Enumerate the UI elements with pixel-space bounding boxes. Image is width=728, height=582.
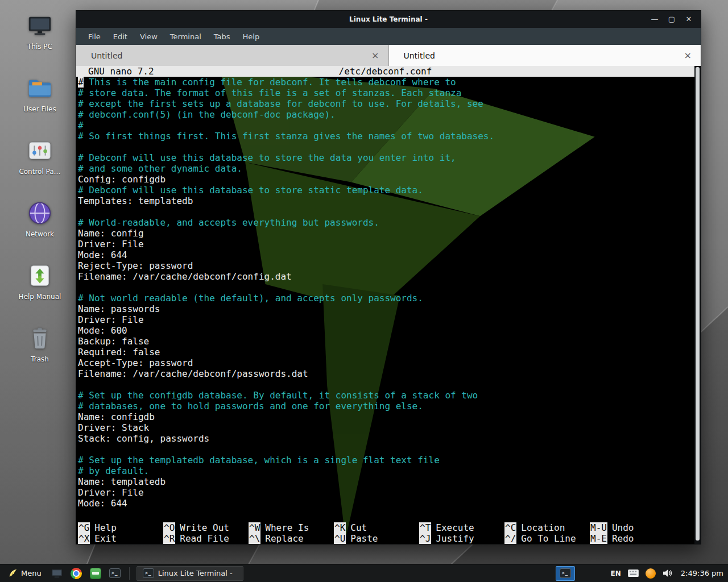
control-panel-icon	[27, 138, 53, 164]
shortcut-key: ^T	[419, 522, 431, 533]
tab-close-icon[interactable]: ×	[684, 50, 692, 61]
launcher-terminal[interactable]: >_	[107, 566, 122, 581]
nano-text[interactable]: # This is the main config file for debco…	[76, 77, 694, 509]
nano-line: Driver: File	[78, 239, 694, 250]
nano-line: # databases, one to hold passwords and o…	[78, 401, 694, 411]
shortcut-label: Go To Line	[521, 533, 576, 544]
menu-file[interactable]: File	[82, 30, 107, 43]
tab-untitled-2[interactable]: Untitled ×	[389, 45, 701, 66]
terminal-content[interactable]: GNU nano 7.2 /etc/debconf.conf # This is…	[76, 66, 701, 544]
help-manual-icon	[27, 263, 53, 289]
tab-label: Untitled	[404, 51, 684, 60]
launcher-this-pc[interactable]	[49, 566, 64, 581]
computer-icon	[51, 568, 63, 579]
nano-line: Templates: templatedb	[78, 196, 694, 206]
window-titlebar[interactable]: Linux Lite Terminal - — ▢ ✕	[76, 11, 701, 28]
nano-line	[78, 206, 694, 217]
nano-line: Required: false	[78, 347, 694, 357]
nano-line: Driver: File	[78, 314, 694, 325]
computer-icon	[27, 13, 53, 39]
taskbar-separator	[129, 567, 130, 580]
shortcut-label: Help	[94, 522, 117, 533]
shortcut-key: ^W	[249, 522, 260, 533]
nano-line: Config: configdb	[78, 174, 694, 185]
nano-line: Mode: 644	[78, 250, 694, 260]
desktop-icon-help-manual[interactable]: Help Manual	[7, 263, 73, 305]
nano-line	[78, 142, 694, 152]
menu-view[interactable]: View	[134, 30, 164, 43]
menubar: File Edit View Terminal Tabs Help	[76, 28, 701, 45]
nano-line: Name: config	[78, 228, 694, 239]
nano-line: Filename: /var/cache/debconf/config.dat	[78, 271, 694, 282]
maximize-button[interactable]: ▢	[667, 11, 677, 28]
shortcut-label: Replace	[265, 533, 303, 544]
menu-tabs[interactable]: Tabs	[208, 30, 237, 43]
desktop-icon-control-panel[interactable]: Control Pa…	[7, 138, 73, 180]
desktop-icon-this-pc[interactable]: This PC	[7, 13, 73, 55]
desktop-icon-network[interactable]: Network	[7, 200, 73, 242]
tab-untitled-1[interactable]: Untitled ×	[76, 45, 389, 66]
nano-shortcut: ^TExecute	[419, 522, 504, 533]
nano-line: Reject-Type: password	[78, 260, 694, 271]
nano-line: Filename: /var/cache/debconf/passwords.d…	[78, 368, 694, 379]
clock[interactable]: 2:49:36 pm	[681, 569, 723, 577]
menu-terminal[interactable]: Terminal	[164, 30, 208, 43]
shortcut-label: Paste	[350, 533, 378, 544]
nano-shortcut: ^JJustify	[419, 533, 504, 544]
close-button[interactable]: ✕	[684, 11, 694, 28]
nano-shortcut: ^KCut	[334, 522, 419, 533]
chromium-icon	[71, 568, 82, 579]
desktop-icon-label: Network	[26, 230, 54, 238]
tab-bar: Untitled × Untitled ×	[76, 45, 701, 66]
nano-file-path: /etc/debconf.conf	[76, 66, 694, 77]
launcher-file-manager[interactable]	[88, 566, 103, 581]
task-button-label: Linux Lite Terminal -	[158, 569, 233, 577]
launcher-chromium[interactable]	[69, 566, 84, 581]
globe-icon	[27, 200, 53, 226]
minimize-button[interactable]: —	[650, 11, 660, 28]
menu-help[interactable]: Help	[237, 30, 266, 43]
desktop-icon-label: User Files	[23, 105, 56, 113]
shortcut-key: ^C	[504, 522, 516, 533]
desktop-icon-user-files[interactable]: User Files	[7, 75, 73, 117]
shortcuts-row1: ^GHelp^OWrite Out^WWhere Is^KCut^TExecut…	[76, 522, 694, 533]
nano-shortcut: ^OWrite Out	[163, 522, 249, 533]
shortcut-key: ^J	[419, 533, 431, 544]
shortcut-label: Undo	[612, 522, 634, 533]
nano-shortcut: ^XExit	[78, 533, 163, 544]
tab-close-icon[interactable]: ×	[371, 50, 379, 61]
shortcut-label: Where Is	[265, 522, 309, 533]
shortcut-label: Cut	[350, 522, 367, 533]
nano-line: Driver: Stack	[78, 422, 694, 433]
nano-line: Accept-Type: password	[78, 357, 694, 368]
menu-edit[interactable]: Edit	[107, 30, 134, 43]
nano-line: Name: passwords	[78, 304, 694, 314]
nano-shortcut: ^GHelp	[78, 522, 163, 533]
desktop-icon-label: This PC	[27, 43, 52, 51]
shortcut-key: ^\	[249, 533, 260, 544]
desktop-icon-trash[interactable]: Trash	[7, 325, 73, 367]
tab-label: Untitled	[91, 51, 371, 60]
nano-editor: GNU nano 7.2 /etc/debconf.conf # This is…	[76, 66, 694, 544]
tray-terminal-indicator[interactable]: >_	[556, 566, 575, 581]
window-controls: — ▢ ✕	[650, 11, 701, 28]
keyboard-layout-indicator[interactable]: EN	[611, 569, 621, 577]
shortcut-key: M-E	[590, 533, 607, 544]
nano-shortcut: M-UUndo	[590, 522, 675, 533]
desktop-icon-label: Trash	[31, 355, 49, 363]
keyboard-icon[interactable]	[627, 569, 639, 577]
shortcut-key: ^O	[163, 522, 175, 533]
volume-icon[interactable]	[662, 569, 673, 577]
desktop-icon-label: Control Pa…	[19, 168, 60, 176]
nano-line: # Set up the configdb database. By defau…	[78, 390, 694, 401]
terminal-scrollbar[interactable]	[694, 66, 701, 544]
scrollbar-thumb[interactable]	[696, 67, 700, 541]
nano-status-line	[76, 509, 694, 522]
menu-button[interactable]: Menu	[5, 564, 45, 582]
nano-shortcut: ^WWhere Is	[249, 522, 334, 533]
task-button-terminal[interactable]: >_ Linux Lite Terminal -	[136, 566, 243, 581]
nano-line: Name: configdb	[78, 411, 694, 422]
shortcut-key: ^/	[504, 533, 516, 544]
shortcut-key: ^U	[334, 533, 346, 544]
updates-icon[interactable]	[646, 568, 656, 579]
